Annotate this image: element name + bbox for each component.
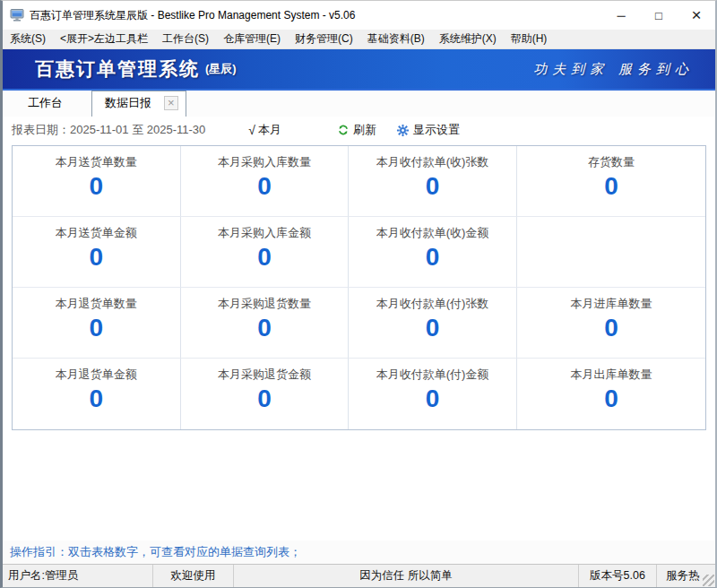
stat-cell-payment-count: 本月收付款单(付)张数0 xyxy=(349,288,517,359)
stat-cell-purchase-in-amount: 本月采购入库金额0 xyxy=(181,217,350,288)
stat-label: 本月出库单数量 xyxy=(570,367,652,383)
stat-cell-purchase-return-count: 本月采购退货数量0 xyxy=(181,288,350,359)
stat-cell-stock-out-count: 本月出库单数量0 xyxy=(517,359,705,429)
stat-value[interactable]: 0 xyxy=(257,316,272,341)
stat-value[interactable]: 0 xyxy=(604,174,618,199)
stat-label: 本月采购入库金额 xyxy=(218,225,311,241)
status-motto: 因为信任 所以简单 xyxy=(234,565,579,587)
tab-data-daily-report[interactable]: 数据日报 × xyxy=(91,91,186,117)
stat-cell-delivery-amount: 本月送货单金额0 xyxy=(13,217,181,288)
stat-value[interactable]: 0 xyxy=(426,245,440,270)
stat-value[interactable]: 0 xyxy=(257,386,272,411)
tab-bar: 工作台 数据日报 × xyxy=(3,91,715,117)
app-icon xyxy=(10,8,24,22)
status-version: 版本号5.06 xyxy=(579,565,657,587)
status-service-label: 服务热 xyxy=(666,568,700,584)
tab-workbench[interactable]: 工作台 xyxy=(12,91,79,117)
menu-workbench[interactable]: 工作台(S) xyxy=(155,30,216,48)
banner-title: 百惠订单管理系统 xyxy=(35,56,200,82)
stat-value[interactable]: 0 xyxy=(90,245,104,270)
check-icon: √ xyxy=(248,123,255,137)
stat-label: 本月采购入库数量 xyxy=(218,154,311,170)
refresh-label: 刷新 xyxy=(353,122,376,138)
stat-label: 本月进库单数量 xyxy=(570,296,652,312)
stat-label: 本月送货单数量 xyxy=(56,154,137,170)
menu-finance[interactable]: 财务管理(C) xyxy=(288,30,360,48)
menu-help[interactable]: 帮助(H) xyxy=(504,30,555,48)
stat-cell-receipt-amount: 本月收付款单(收)金额0 xyxy=(349,217,517,288)
stat-label: 本月收付款单(收)金额 xyxy=(376,225,489,241)
month-filter-button[interactable]: √ 本月 xyxy=(248,122,281,138)
maximize-icon: □ xyxy=(655,9,662,22)
report-toolbar: 报表日期：2025-11-01 至 2025-11-30 √ 本月 刷新 xyxy=(3,117,715,143)
menu-expand-left-toolbar[interactable]: <展开>左边工具栏 xyxy=(53,30,155,48)
stat-value[interactable]: 0 xyxy=(257,174,272,199)
display-settings-button[interactable]: 显示设置 xyxy=(396,122,460,138)
operation-hint: 操作指引：双击表格数字，可查看对应的单据查询列表； xyxy=(10,544,301,560)
minimize-icon: ─ xyxy=(617,9,625,22)
menu-system[interactable]: 系统(S) xyxy=(3,30,53,48)
stat-label: 本月收付款单(收)张数 xyxy=(376,154,489,170)
stat-value[interactable]: 0 xyxy=(90,316,104,341)
stat-value[interactable]: 0 xyxy=(426,316,440,341)
tab-data-daily-report-label: 数据日报 xyxy=(105,95,151,111)
minimize-button[interactable]: ─ xyxy=(602,1,640,30)
banner-slogan: 功夫到家 服务到心 xyxy=(533,61,694,78)
hint-bar: 操作指引：双击表格数字，可查看对应的单据查询列表； xyxy=(3,540,715,564)
stat-cell-inventory-count: 存货数量0 xyxy=(517,146,705,217)
stat-label: 本月退货单数量 xyxy=(56,296,137,312)
stat-value[interactable]: 0 xyxy=(426,386,440,411)
maximize-button[interactable]: □ xyxy=(640,1,678,30)
stat-cell-stock-in-count: 本月进库单数量0 xyxy=(517,288,705,359)
tab-workbench-label: 工作台 xyxy=(28,95,63,111)
app-window: 百惠订单管理系统星辰版 - Bestlike Pro Management Sy… xyxy=(0,0,717,588)
stat-value[interactable]: 0 xyxy=(90,386,104,411)
status-bar: 用户名:管理员 欢迎使用 因为信任 所以简单 版本号5.06 服务热 xyxy=(3,564,715,587)
report-date-value: 2025-11-01 至 2025-11-30 xyxy=(70,123,205,136)
content-spacer xyxy=(3,430,715,540)
stat-cell-receipt-count: 本月收付款单(收)张数0 xyxy=(349,146,517,217)
stat-cell-return-count: 本月退货单数量0 xyxy=(13,288,181,359)
stat-value[interactable]: 0 xyxy=(90,174,104,199)
stat-value[interactable]: 0 xyxy=(257,245,272,270)
stat-value[interactable]: 0 xyxy=(604,316,618,341)
stat-value[interactable]: 0 xyxy=(604,386,618,411)
stat-cell-purchase-in-count: 本月采购入库数量0 xyxy=(181,146,350,217)
report-date-range: 报表日期：2025-11-01 至 2025-11-30 xyxy=(12,122,205,138)
window-controls: ─ □ × xyxy=(602,1,715,30)
month-filter-label: 本月 xyxy=(258,122,281,138)
display-settings-label: 显示设置 xyxy=(413,122,460,138)
tab-close-icon[interactable]: × xyxy=(164,96,178,110)
close-button[interactable]: × xyxy=(678,1,715,30)
gear-icon xyxy=(396,124,410,137)
stat-cell-purchase-return-amount: 本月采购退货金额0 xyxy=(181,359,350,429)
stats-grid: 本月送货单数量0 本月采购入库数量0 本月收付款单(收)张数0 存货数量0 本月… xyxy=(12,145,706,430)
status-welcome: 欢迎使用 xyxy=(153,565,234,587)
stat-value[interactable]: 0 xyxy=(426,174,440,199)
banner-subtitle: (星辰) xyxy=(205,61,237,77)
status-service: 服务热 xyxy=(657,565,715,587)
status-user: 用户名:管理员 xyxy=(3,565,153,587)
stats-grid-wrap: 本月送货单数量0 本月采购入库数量0 本月收付款单(收)张数0 存货数量0 本月… xyxy=(3,143,715,430)
report-date-label: 报表日期： xyxy=(12,123,70,136)
window-title: 百惠订单管理系统星辰版 - Bestlike Pro Management Sy… xyxy=(30,8,355,23)
menu-maintenance[interactable]: 系统维护(X) xyxy=(432,30,504,48)
stat-cell-payment-amount: 本月收付款单(付)金额0 xyxy=(349,359,517,429)
stat-label: 本月采购退货金额 xyxy=(218,367,311,383)
refresh-button[interactable]: 刷新 xyxy=(337,122,376,138)
menu-warehouse[interactable]: 仓库管理(E) xyxy=(216,30,288,48)
stat-cell-empty xyxy=(517,217,705,288)
stat-label: 本月采购退货数量 xyxy=(218,296,311,312)
stat-label: 本月收付款单(付)张数 xyxy=(376,296,489,312)
stat-label: 本月送货单金额 xyxy=(56,225,137,241)
stat-cell-delivery-count: 本月送货单数量0 xyxy=(13,146,181,217)
app-banner: 百惠订单管理系统 (星辰) 功夫到家 服务到心 xyxy=(3,49,715,91)
stat-cell-return-amount: 本月退货单金额0 xyxy=(13,359,181,429)
close-icon: × xyxy=(691,5,701,25)
stat-label: 存货数量 xyxy=(588,154,635,170)
title-bar: 百惠订单管理系统星辰版 - Bestlike Pro Management Sy… xyxy=(3,1,715,30)
refresh-icon xyxy=(337,124,350,136)
resize-grip-icon[interactable] xyxy=(703,575,714,586)
stat-label: 本月收付款单(付)金额 xyxy=(376,367,489,383)
menu-basic-data[interactable]: 基础资料(B) xyxy=(360,30,432,48)
